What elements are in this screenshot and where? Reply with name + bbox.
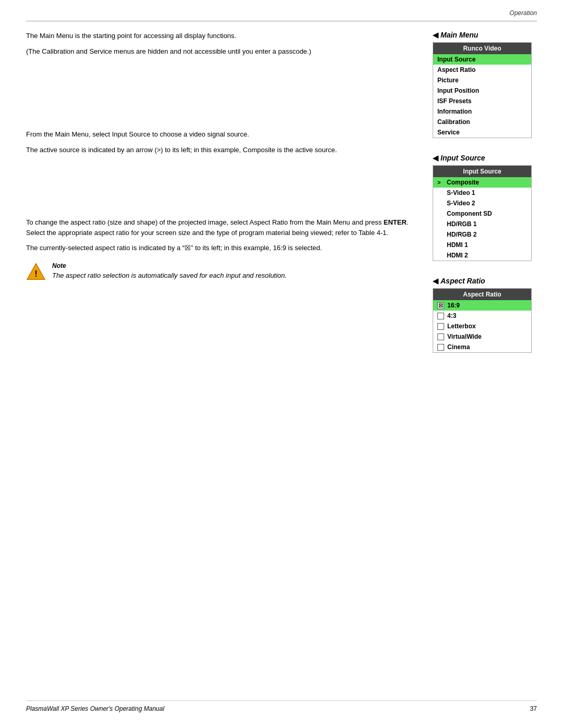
main-menu-header: Runco Video <box>433 43 531 54</box>
input-source-section: From the Main Menu, select Input Source … <box>26 129 412 155</box>
aspect-ratio-para1: To change the aspect ratio (size and sha… <box>26 217 412 238</box>
main-menu-arrow: ◀ <box>433 31 438 39</box>
operation-label: Operation <box>509 9 537 17</box>
aspect-ratio-16-9-checkbox[interactable]: ☒ <box>437 302 444 309</box>
note-area: ! Note The aspect ratio selection is aut… <box>26 262 412 286</box>
aspect-ratio-label: Aspect Ratio <box>440 277 485 285</box>
aspect-ratio-16-9-label: 16:9 <box>447 302 460 309</box>
input-source-svideo1-label: S-Video 1 <box>447 189 475 196</box>
note-text: The aspect ratio selection is automatica… <box>52 270 287 281</box>
top-rule <box>26 21 537 21</box>
composite-arrow-indicator: > <box>437 179 444 186</box>
aspect-ratio-section: To change the aspect ratio (size and sha… <box>26 217 412 286</box>
aspect-ratio-letterbox-checkbox[interactable] <box>437 323 444 330</box>
aspect-ratio-item-letterbox[interactable]: Letterbox <box>433 321 531 331</box>
left-column: The Main Menu is the starting point for … <box>26 31 417 364</box>
aspect-ratio-virtualwide-checkbox[interactable] <box>437 334 444 340</box>
main-menu-item-information-label: Information <box>437 108 472 115</box>
main-menu-item-calibration-label: Calibration <box>437 118 470 126</box>
aspect-ratio-cinema-label: Cinema <box>447 343 470 351</box>
aspect-ratio-menu-section: ◀ Aspect Ratio Aspect Ratio ☒ 16:9 4:3 <box>433 277 537 353</box>
aspect-ratio-item-virtualwide[interactable]: VirtualWide <box>433 331 531 342</box>
main-menu-section: ◀ Main Menu Runco Video Input Source Asp… <box>433 31 537 138</box>
main-menu-item-aspect-ratio-label: Aspect Ratio <box>437 66 475 73</box>
footer: PlasmaWall XP Series Owner's Operating M… <box>26 700 537 712</box>
input-source-hdrgb1-label: HD/RGB 1 <box>447 220 476 228</box>
footer-page-number: 37 <box>530 705 537 712</box>
main-menu-item-input-source-label: Input Source <box>437 56 475 63</box>
input-source-label: Input Source <box>440 154 485 162</box>
aspect-ratio-arrow: ◀ <box>433 277 438 285</box>
main-menu-item-service[interactable]: Service <box>433 127 531 138</box>
note-icon: ! <box>26 262 46 281</box>
aspect-ratio-menu-header: Aspect Ratio <box>433 289 531 300</box>
main-menu-item-picture[interactable]: Picture <box>433 75 531 85</box>
aspect-ratio-menu-box: Aspect Ratio ☒ 16:9 4:3 Letterbox <box>433 288 532 353</box>
aspect-ratio-4-3-checkbox[interactable] <box>437 313 444 319</box>
input-source-hdmi2-label: HDMI 2 <box>447 252 468 259</box>
main-menu-item-service-label: Service <box>437 129 460 136</box>
input-source-item-hdmi2[interactable]: HDMI 2 <box>433 250 531 261</box>
input-source-para2: The active source is indicated by an arr… <box>26 145 412 155</box>
main-menu-item-aspect-ratio[interactable]: Aspect Ratio <box>433 65 531 75</box>
aspect-ratio-item-cinema[interactable]: Cinema <box>433 342 531 352</box>
intro-para1: The Main Menu is the starting point for … <box>26 31 412 41</box>
aspect-ratio-menu-title: ◀ Aspect Ratio <box>433 277 537 285</box>
aspect-ratio-item-16-9[interactable]: ☒ 16:9 <box>433 300 531 311</box>
input-source-item-composite[interactable]: > Composite <box>433 177 531 188</box>
svg-text:!: ! <box>34 268 38 278</box>
aspect-ratio-para2: The currently-selected aspect ratio is i… <box>26 243 412 253</box>
input-source-menu-header: Input Source <box>433 166 531 177</box>
aspect-ratio-cinema-checkbox[interactable] <box>437 344 444 351</box>
main-menu-item-isf-presets[interactable]: ISF Presets <box>433 96 531 106</box>
main-menu-item-input-position-label: Input Position <box>437 87 479 94</box>
input-source-para1: From the Main Menu, select Input Source … <box>26 129 412 140</box>
aspect-ratio-4-3-label: 4:3 <box>447 312 456 319</box>
input-source-item-component-sd[interactable]: Component SD <box>433 208 531 219</box>
content-area: The Main Menu is the starting point for … <box>26 31 537 364</box>
footer-manual-title: PlasmaWall XP Series Owner's Operating M… <box>26 705 164 712</box>
aspect-ratio-item-4-3[interactable]: 4:3 <box>433 311 531 321</box>
main-menu-item-calibration[interactable]: Calibration <box>433 117 531 127</box>
input-source-item-hdrgb1[interactable]: HD/RGB 1 <box>433 219 531 229</box>
main-menu-item-picture-label: Picture <box>437 77 459 84</box>
input-source-arrow: ◀ <box>433 154 438 162</box>
input-source-menu-section: ◀ Input Source Input Source > Composite … <box>433 154 537 261</box>
input-source-hdrgb2-label: HD/RGB 2 <box>447 231 476 238</box>
input-source-item-hdmi1[interactable]: HDMI 1 <box>433 240 531 250</box>
page: Operation The Main Menu is the starting … <box>0 0 563 728</box>
note-content: Note The aspect ratio selection is autom… <box>52 262 287 286</box>
main-menu-item-isf-presets-label: ISF Presets <box>437 97 471 105</box>
intro-para2: (The Calibration and Service menus are h… <box>26 46 412 57</box>
aspect-ratio-letterbox-label: Letterbox <box>447 323 476 330</box>
right-column: ◀ Main Menu Runco Video Input Source Asp… <box>433 31 537 364</box>
input-source-svideo2-label: S-Video 2 <box>447 200 475 207</box>
main-menu-title: ◀ Main Menu <box>433 31 537 39</box>
input-source-item-svideo1[interactable]: S-Video 1 <box>433 188 531 198</box>
input-source-item-svideo2[interactable]: S-Video 2 <box>433 198 531 208</box>
main-menu-box: Runco Video Input Source Aspect Ratio Pi… <box>433 42 532 138</box>
main-menu-item-information[interactable]: Information <box>433 106 531 117</box>
input-source-component-sd-label: Component SD <box>447 210 492 217</box>
input-source-menu-box: Input Source > Composite S-Video 1 S-Vid… <box>433 165 532 261</box>
input-source-hdmi1-label: HDMI 1 <box>447 241 468 249</box>
main-menu-label: Main Menu <box>440 31 478 39</box>
aspect-ratio-virtualwide-label: VirtualWide <box>447 333 482 340</box>
input-source-composite-label: Composite <box>447 179 479 186</box>
input-source-menu-title: ◀ Input Source <box>433 154 537 162</box>
note-label: Note <box>52 262 66 269</box>
main-menu-item-input-position[interactable]: Input Position <box>433 85 531 96</box>
main-menu-item-input-source[interactable]: Input Source <box>433 54 531 65</box>
input-source-item-hdrgb2[interactable]: HD/RGB 2 <box>433 229 531 240</box>
